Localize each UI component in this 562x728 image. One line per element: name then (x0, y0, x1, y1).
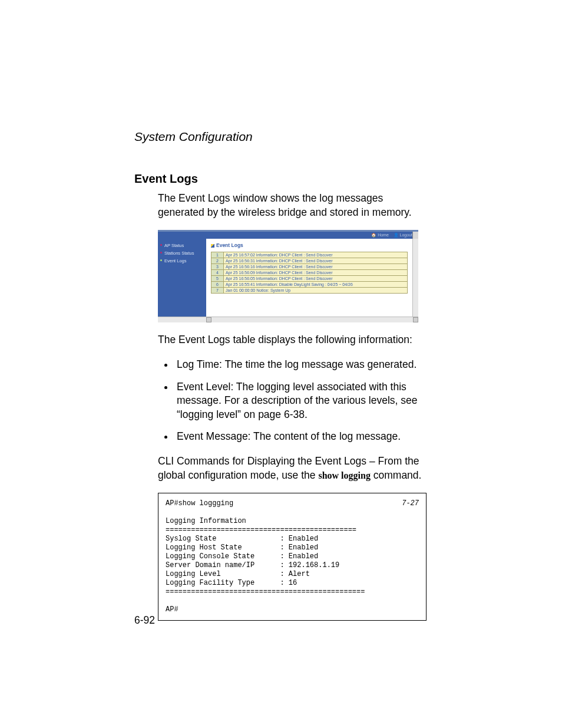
cli-page-ref: 7-27 (402, 499, 419, 508)
screenshot-topbar: 🏠 Home 👤 Logout (158, 232, 418, 239)
inline-command: show logging (318, 470, 370, 480)
scroll-up-icon[interactable] (412, 232, 418, 239)
section-title: Event Logs (134, 172, 427, 186)
logout-link[interactable]: 👤 Logout (394, 233, 412, 237)
row-number: 4 (211, 270, 224, 276)
intro-paragraph: The Event Logs window shows the log mess… (158, 192, 427, 219)
chapter-title: System Configuration (134, 130, 427, 144)
table-row: 7Jan 01 00:00:00 Notice: System Up (211, 288, 408, 294)
row-message: Jan 01 00:00:00 Notice: System Up (224, 288, 408, 294)
row-number: 5 (211, 276, 224, 282)
list-item: Event Level: The logging level associate… (174, 380, 427, 422)
row-message: Apr 25 16:56:05 Information: DHCP Client… (224, 276, 408, 282)
table-row: 2Apr 25 16:56:31 Information: DHCP Clien… (211, 258, 408, 264)
table-row: 4Apr 25 16:56:09 Information: DHCP Clien… (211, 270, 408, 276)
info-bullets: Log Time: The time the log message was g… (158, 358, 427, 444)
row-message: Apr 25 16:56:31 Information: DHCP Client… (224, 258, 408, 264)
cli-output-box: 7-27AP#show loggging Logging Information… (158, 493, 427, 621)
screenshot-sidebar: AP StatusStations StatusEvent Logs (158, 239, 206, 317)
home-link[interactable]: 🏠 Home (371, 233, 389, 237)
row-message: Apr 25 16:56:09 Information: DHCP Client… (224, 270, 408, 276)
row-number: 7 (211, 288, 224, 294)
sidebar-item[interactable]: Stations Status (160, 249, 204, 257)
event-log-table: 1Apr 25 16:57:02 Information: DHCP Clien… (211, 252, 408, 294)
sidebar-item[interactable]: Event Logs (160, 257, 204, 265)
row-number: 1 (211, 252, 224, 258)
table-row: 5Apr 25 16:56:05 Information: DHCP Clien… (211, 276, 408, 282)
page-number: 6-92 (134, 614, 155, 627)
scroll-right-icon[interactable] (413, 317, 418, 322)
table-info-lead: The Event Logs table displays the follow… (158, 333, 427, 347)
screenshot-main-panel: Event Logs 1Apr 25 16:57:02 Information:… (206, 239, 412, 317)
list-item: Log Time: The time the log message was g… (174, 358, 427, 372)
scroll-left-icon[interactable] (206, 317, 211, 322)
row-message: Apr 25 16:55:41 Information: Disable Day… (224, 282, 408, 288)
sidebar-item[interactable]: AP Status (160, 242, 204, 249)
table-row: 3Apr 25 16:56:16 Information: DHCP Clien… (211, 264, 408, 270)
row-number: 2 (211, 258, 224, 264)
table-row: 1Apr 25 16:57:02 Information: DHCP Clien… (211, 252, 408, 258)
cli-output-text: AP#show loggging Logging Information ===… (166, 499, 365, 614)
row-message: Apr 25 16:56:16 Information: DHCP Client… (224, 264, 408, 270)
table-row: 6Apr 25 16:55:41 Information: Disable Da… (211, 282, 408, 288)
vertical-scrollbar[interactable] (412, 239, 418, 317)
row-number: 6 (211, 282, 224, 288)
horizontal-scrollbar[interactable] (158, 317, 418, 322)
event-logs-screenshot: 🏠 Home 👤 Logout AP StatusStations Status… (158, 230, 418, 322)
row-number: 3 (211, 264, 224, 270)
list-item: Event Message: The content of the log me… (174, 430, 427, 444)
row-message: Apr 25 16:57:02 Information: DHCP Client… (224, 252, 408, 258)
panel-title: Event Logs (211, 242, 408, 248)
cli-intro: CLI Commands for Displaying the Event Lo… (158, 454, 427, 482)
